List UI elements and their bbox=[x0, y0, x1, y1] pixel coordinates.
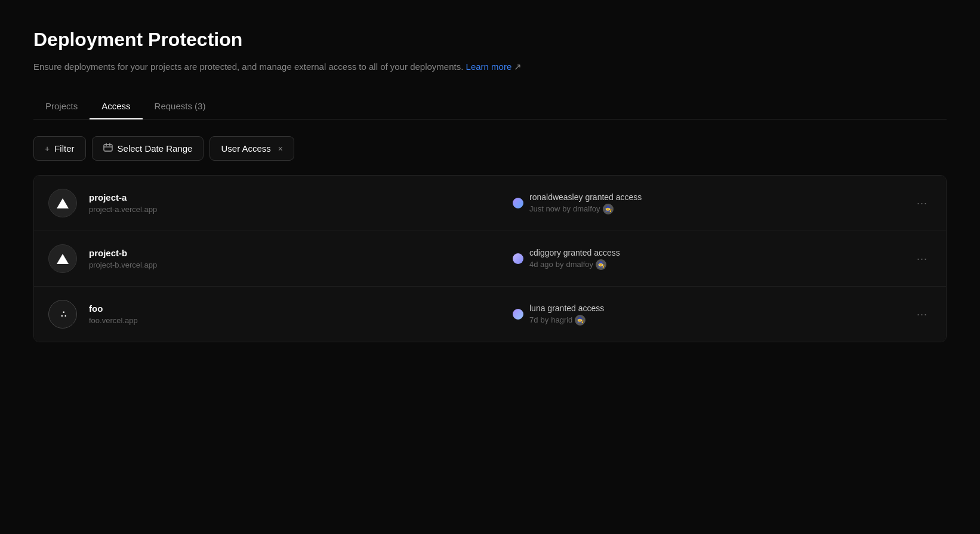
project-b-activity-text: cdiggory granted access bbox=[529, 248, 913, 257]
dmalfoy-avatar-b: 🧙 bbox=[596, 259, 606, 270]
svg-rect-0 bbox=[104, 145, 112, 151]
calendar-icon bbox=[103, 143, 113, 154]
foo-project-icon: ∴ bbox=[48, 300, 77, 329]
project-b-activity-sub: 4d ago by dmalfoy 🧙 bbox=[529, 259, 913, 270]
cdiggory-avatar bbox=[513, 253, 523, 264]
project-b-name: project-b bbox=[89, 248, 489, 258]
foo-activity-sub: 7d by hagrid 🧙 bbox=[529, 315, 913, 326]
tab-access[interactable]: Access bbox=[90, 94, 142, 119]
project-b-activity: cdiggory granted access 4d ago by dmalfo… bbox=[489, 248, 913, 270]
date-range-button[interactable]: Select Date Range bbox=[92, 136, 204, 161]
project-a-activity-sub: Just now by dmalfoy 🧙 bbox=[529, 204, 913, 214]
user-access-label: User Access bbox=[221, 143, 270, 154]
plus-icon: + bbox=[45, 144, 50, 154]
project-a-url: project-a.vercel.app bbox=[89, 205, 489, 214]
hagrid-avatar: 🧙 bbox=[575, 315, 585, 326]
foo-more-button[interactable]: ··· bbox=[913, 305, 932, 324]
page-description: Ensure deployments for your projects are… bbox=[33, 62, 947, 72]
project-b-more-button[interactable]: ··· bbox=[913, 249, 932, 268]
tab-projects[interactable]: Projects bbox=[33, 94, 90, 119]
filter-button[interactable]: + Filter bbox=[33, 136, 86, 161]
date-range-label: Select Date Range bbox=[118, 143, 193, 154]
foo-name: foo bbox=[89, 303, 489, 314]
project-a-activity: ronaldweasley granted access Just now by… bbox=[489, 192, 913, 214]
foo-activity-block: luna granted access 7d by hagrid 🧙 bbox=[529, 303, 913, 326]
project-a-activity-block: ronaldweasley granted access Just now by… bbox=[529, 192, 913, 214]
table-row: ∴ foo foo.vercel.app luna granted access… bbox=[34, 287, 946, 342]
tabs-nav: Projects Access Requests (3) bbox=[33, 94, 947, 119]
triangle-icon bbox=[57, 198, 69, 208]
page-title: Deployment Protection bbox=[33, 29, 947, 51]
project-a-more-button[interactable]: ··· bbox=[913, 194, 932, 213]
learn-more-link[interactable]: Learn more bbox=[466, 62, 512, 72]
project-a-info: project-a project-a.vercel.app bbox=[89, 192, 489, 214]
close-icon[interactable]: × bbox=[278, 144, 283, 154]
project-b-info: project-b project-b.vercel.app bbox=[89, 248, 489, 269]
tab-requests[interactable]: Requests (3) bbox=[143, 94, 218, 119]
foo-activity: luna granted access 7d by hagrid 🧙 bbox=[489, 303, 913, 326]
luna-avatar bbox=[513, 309, 523, 320]
project-a-name: project-a bbox=[89, 192, 489, 202]
table-row: project-a project-a.vercel.app ronaldwea… bbox=[34, 176, 946, 231]
dmalfoy-avatar-a: 🧙 bbox=[603, 204, 614, 214]
filters-bar: + Filter Select Date Range User Access × bbox=[33, 136, 947, 161]
foo-info: foo foo.vercel.app bbox=[89, 303, 489, 325]
project-a-activity-text: ronaldweasley granted access bbox=[529, 192, 913, 202]
project-b-activity-block: cdiggory granted access 4d ago by dmalfo… bbox=[529, 248, 913, 270]
filter-label: Filter bbox=[54, 143, 74, 154]
project-list: project-a project-a.vercel.app ronaldwea… bbox=[33, 175, 947, 342]
project-b-icon bbox=[48, 244, 77, 273]
project-b-url: project-b.vercel.app bbox=[89, 260, 489, 269]
foo-url: foo.vercel.app bbox=[89, 316, 489, 325]
table-row: project-b project-b.vercel.app cdiggory … bbox=[34, 231, 946, 287]
project-a-icon bbox=[48, 189, 77, 217]
foo-activity-text: luna granted access bbox=[529, 303, 913, 313]
user-access-filter-button[interactable]: User Access × bbox=[209, 136, 294, 161]
ronaldweasley-avatar bbox=[513, 198, 523, 208]
triangle-icon bbox=[57, 254, 69, 264]
